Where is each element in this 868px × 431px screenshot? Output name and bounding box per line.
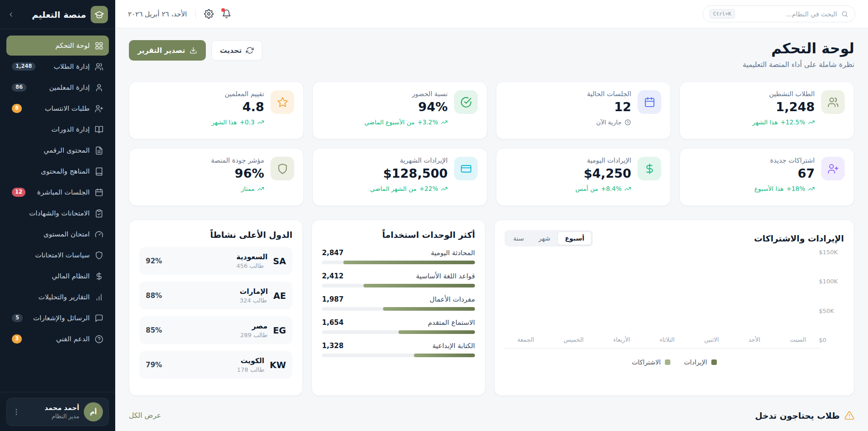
stat-trend-text: هذا الشهر xyxy=(752,118,778,126)
sidebar-item[interactable]: إدارة المعلمين86 xyxy=(6,77,109,97)
stat-value: 67 xyxy=(689,166,815,180)
unit-progress-track xyxy=(322,330,475,334)
country-percent: 79% xyxy=(146,361,162,369)
chart-legend: الإيراداتالاشتراكات xyxy=(505,359,844,366)
sidebar-item[interactable]: النظام المالي xyxy=(6,266,109,286)
unit-name: المحادثة اليومية xyxy=(431,249,475,257)
clock-icon xyxy=(624,119,631,126)
calendar-icon xyxy=(638,90,661,114)
refresh-button[interactable]: تحديث xyxy=(211,40,262,61)
chart-plot-area: $150K$100K$50K$0 السبتالأحدالاثنينالثلاث… xyxy=(505,253,844,339)
export-report-button[interactable]: تصدير التقرير xyxy=(129,40,206,61)
x-axis-label: الأحد xyxy=(748,336,760,343)
country-row: AEالإمارات324 طالب88% xyxy=(139,282,292,309)
sidebar-item-label: الجلسات المباشرة xyxy=(31,188,90,196)
stat-label: الجلسات الحالية xyxy=(505,90,631,97)
stat-card: اشتراكات جديدة67+18%هذا الأسبوع xyxy=(679,148,854,206)
sidebar-item[interactable]: امتحان المستوى xyxy=(6,224,109,244)
sidebar-item-badge: 8 xyxy=(12,104,22,113)
unit-value: 1,987 xyxy=(322,295,343,303)
unit-row: المحادثة اليومية2,847 xyxy=(322,249,475,257)
help-icon xyxy=(95,335,103,344)
stat-label: اشتراكات جديدة xyxy=(689,157,815,164)
sidebar-item[interactable]: إدارة الدورات xyxy=(6,119,109,139)
stat-text: اشتراكات جديدة67+18%هذا الأسبوع xyxy=(689,157,815,197)
sidebar-item[interactable]: الامتحانات والشهادات xyxy=(6,203,109,223)
x-axis-label: الثلاثاء xyxy=(659,336,674,343)
sidebar-item[interactable]: سياسات الامتحانات xyxy=(6,245,109,265)
unit-usage-item: قواعد اللغة الأساسية2,412 xyxy=(322,272,475,287)
stat-value: 4.8 xyxy=(138,100,264,114)
country-students: 456 طالب xyxy=(236,262,268,269)
more-vertical-icon[interactable] xyxy=(12,408,20,416)
sidebar-item-label: الرسائل والإشعارات xyxy=(28,314,90,322)
stat-trend-delta: +12.5% xyxy=(781,118,805,126)
sidebar-item[interactable]: لوحة التحكم xyxy=(6,36,109,56)
sidebar-item[interactable]: الرسائل والإشعارات5 xyxy=(6,308,109,328)
page-subtitle: نظرة شاملة على أداء المنصة التعليمية xyxy=(743,61,854,69)
sidebar-item[interactable]: إدارة الطلاب1,248 xyxy=(6,56,109,77)
country-students: 324 طالب xyxy=(240,297,268,304)
user-card[interactable]: أم أحمد محمد مدير النظام xyxy=(6,398,109,426)
calendar-icon xyxy=(95,188,103,197)
file-text-icon xyxy=(95,146,103,155)
stat-text: نسبة الحضور94%+3.2%من الأسبوع الماضي xyxy=(322,90,448,131)
unit-name: الكتابة الإبداعية xyxy=(432,342,475,350)
sidebar-item-label: امتحان المستوى xyxy=(12,230,90,238)
sidebar-item-badge: 12 xyxy=(12,188,26,197)
stat-trend-delta: +22% xyxy=(419,185,438,192)
unit-progress-track xyxy=(322,307,475,311)
view-all-link[interactable]: عرض الكل xyxy=(129,411,161,420)
stat-value: 12 xyxy=(505,100,631,114)
chart-tab[interactable]: شهر xyxy=(531,231,557,245)
credit-card-icon xyxy=(454,157,478,180)
country-code: AE xyxy=(273,291,286,301)
sidebar-nav: لوحة التحكمإدارة الطلاب1,248إدارة المعلم… xyxy=(0,29,115,350)
users-icon xyxy=(821,90,845,114)
stat-text: مؤشر جودة المنصة96%ممتاز xyxy=(138,157,264,197)
country-name: السعودية xyxy=(236,253,268,261)
stat-label: تقييم المعلمين xyxy=(138,90,264,97)
country-name: الكويت xyxy=(237,357,264,365)
download-icon xyxy=(189,46,197,54)
sidebar-item[interactable]: طلبات الانتساب8 xyxy=(6,98,109,118)
sidebar-collapse-button[interactable] xyxy=(7,11,15,18)
search-input[interactable] xyxy=(739,10,837,18)
country-percent: 88% xyxy=(146,292,162,300)
search-box[interactable]: Ctrl+K xyxy=(703,5,855,22)
shield-icon xyxy=(271,157,294,180)
settings-button[interactable] xyxy=(204,9,214,19)
sidebar-item-badge: 3 xyxy=(12,334,22,344)
chart-x-axis: السبتالأحدالاثنينالثلاثاءالأربعاءالخميسا… xyxy=(505,336,819,343)
legend-swatch xyxy=(665,359,670,365)
sidebar-item[interactable]: المناهج والمحتوى xyxy=(6,161,109,181)
x-axis-label: الجمعة xyxy=(517,336,534,343)
chart-y-axis: $150K$100K$50K$0 xyxy=(819,249,844,344)
sidebar-item[interactable]: التقارير والتحليلات xyxy=(6,287,109,307)
stat-trend: +22%من الشهر الماضي xyxy=(322,185,448,192)
search-icon xyxy=(841,10,848,18)
country-row: EGمصر289 طالب85% xyxy=(139,316,292,344)
sidebar-item-label: إدارة الطلاب xyxy=(41,62,90,71)
country-row: KWالكويت178 طالب79% xyxy=(139,351,292,379)
legend-item: الاشتراكات xyxy=(632,359,670,366)
unit-usage-item: مفردات الأعمال1,987 xyxy=(322,295,475,311)
stat-card: الطلاب النشطين1,248+12.5%هذا الشهر xyxy=(679,82,854,139)
sidebar-item[interactable]: الدعم الفني3 xyxy=(6,329,109,349)
chart-period-tabs: أسبوعشهرسنة xyxy=(505,230,593,246)
sidebar-item-label: سياسات الامتحانات xyxy=(12,251,90,259)
chart-tab[interactable]: سنة xyxy=(506,231,531,245)
country-name: مصر xyxy=(240,322,267,330)
country-code: KW xyxy=(270,360,286,370)
user-name: أحمد محمد xyxy=(45,404,79,411)
chart-tab[interactable]: أسبوع xyxy=(557,231,592,245)
notifications-button[interactable] xyxy=(222,9,231,19)
alerts-title: طلاب يحتاجون تدخل xyxy=(755,411,840,421)
sidebar-item[interactable]: الجلسات المباشرة12 xyxy=(6,182,109,202)
sidebar-item-label: الدعم الفني xyxy=(27,335,90,343)
stats-grid: الطلاب النشطين1,248+12.5%هذا الشهرالجلسا… xyxy=(129,82,854,206)
countries-list: SAالسعودية456 طالب92%AEالإمارات324 طالب8… xyxy=(139,247,292,379)
stat-trend-text: جارية الآن xyxy=(596,118,622,126)
sidebar-item[interactable]: المحتوى الرقمي xyxy=(6,140,109,160)
stat-trend-text: من الأسبوع الماضي xyxy=(364,118,414,126)
